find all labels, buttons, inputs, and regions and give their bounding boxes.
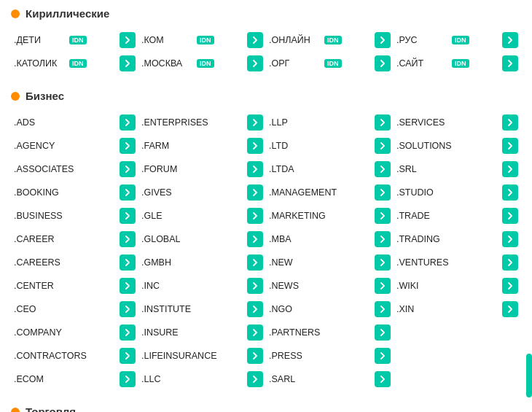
domain-item: .CEO [11,298,138,321]
section-dot [11,9,20,18]
domain-item: .GLOBAL [138,228,266,251]
domain-arrow-button[interactable] [502,55,518,71]
domain-arrow-button[interactable] [247,301,263,317]
domain-arrow-button[interactable] [120,184,136,201]
domain-arrow-button[interactable] [375,324,391,341]
domain-name: .SARL [269,374,320,384]
domain-name: .NGO [269,304,320,314]
domain-arrow-button[interactable] [247,208,263,224]
domain-arrow-button[interactable] [120,371,136,387]
domain-name: .LTDA [269,164,320,174]
domain-item: .FORUM [138,158,266,181]
domain-item [394,344,521,368]
domain-item: .GIVES [138,181,266,204]
domain-arrow-button[interactable] [120,32,136,48]
domain-arrow-button[interactable] [247,278,263,294]
domain-item: .BOOKING [11,181,138,204]
section-business: Бизнес .ADS .ENTERPRISES .LLP .SERVICES [11,90,521,391]
domain-item: .CAREERS [11,251,138,274]
domain-name: .FORUM [141,164,192,174]
domain-name: .CEO [14,304,65,314]
domain-arrow-button[interactable] [502,138,518,154]
domain-arrow-button[interactable] [375,254,391,271]
domain-name: .SERVICES [396,117,447,128]
domain-arrow-button[interactable] [120,254,136,271]
domain-arrow-button[interactable] [502,114,518,131]
domain-arrow-button[interactable] [502,231,518,247]
domain-item: .STUDIO [394,181,521,204]
domain-arrow-button[interactable] [375,114,391,131]
domain-arrow-button[interactable] [120,55,136,71]
domain-item [394,368,521,391]
domain-name: .INSTITUTE [141,304,192,314]
domain-arrow-button[interactable] [375,55,391,71]
domain-arrow-button[interactable] [375,32,391,48]
domain-item: .AGENCY [11,134,138,158]
domain-arrow-button[interactable] [375,138,391,154]
domain-name: .ENTERPRISES [141,117,208,128]
domain-name: .TRADING [396,234,447,244]
domain-arrow-button[interactable] [375,231,391,247]
domain-arrow-button[interactable] [375,161,391,177]
domain-name: .CAREER [14,234,65,244]
domain-arrow-button[interactable] [502,254,518,271]
domain-item: .КОМ IDN [138,28,266,52]
domain-arrow-button[interactable] [247,55,263,71]
domain-item: .INSTITUTE [138,298,266,321]
domain-arrow-button[interactable] [120,161,136,177]
idn-badge: IDN [197,59,214,68]
domain-name: .LTD [269,141,320,151]
domain-arrow-button[interactable] [247,138,263,154]
domain-arrow-button[interactable] [502,208,518,224]
domain-item: .LLP [266,111,394,134]
domain-arrow-button[interactable] [120,114,136,131]
domain-item: .LLC [138,368,266,391]
domain-arrow-button[interactable] [247,348,263,364]
domain-name: .PRESS [269,351,320,361]
domain-arrow-button[interactable] [247,184,263,201]
domain-item: .GLE [138,204,266,228]
domain-arrow-button[interactable] [120,324,136,341]
domain-arrow-button[interactable] [502,161,518,177]
domain-name: .РУС [396,35,447,45]
domain-arrow-button[interactable] [120,208,136,224]
domain-arrow-button[interactable] [247,114,263,131]
domain-name: .XIN [396,304,447,314]
domain-arrow-button[interactable] [502,301,518,317]
domain-arrow-button[interactable] [375,301,391,317]
domain-item: .КАТОЛИК IDN [11,52,138,75]
domain-item: .LTD [266,134,394,158]
domain-arrow-button[interactable] [247,324,263,341]
domain-name: .MBA [269,234,320,244]
domain-item: .ADS [11,111,138,134]
domain-arrow-button[interactable] [375,278,391,294]
domain-arrow-button[interactable] [120,231,136,247]
domain-arrow-button[interactable] [247,254,263,271]
domain-item: .SOLUTIONS [394,134,521,158]
domain-arrow-button[interactable] [247,161,263,177]
domain-arrow-button[interactable] [120,301,136,317]
domain-arrow-button[interactable] [375,208,391,224]
domain-arrow-button[interactable] [247,371,263,387]
domain-arrow-button[interactable] [247,32,263,48]
domain-arrow-button[interactable] [247,231,263,247]
domain-name: .NEW [269,257,320,268]
domain-arrow-button[interactable] [375,348,391,364]
domain-item: .BUSINESS [11,204,138,228]
domain-item: .NGO [266,298,394,321]
domain-arrow-button[interactable] [502,32,518,48]
idn-badge: IDN [324,36,342,44]
domain-item: .МОСКВА IDN [138,52,266,75]
domain-arrow-button[interactable] [375,371,391,387]
domain-arrow-button[interactable] [502,184,518,201]
domain-name: .SRL [396,164,447,174]
idn-badge: IDN [69,36,87,44]
domain-name: .INC [141,281,192,291]
section-cyrillic: Кириллические .ДЕТИ IDN .КОМ IDN .ОНЛАЙН… [11,7,521,75]
domain-arrow-button[interactable] [120,138,136,154]
domain-arrow-button[interactable] [120,278,136,294]
domain-arrow-button[interactable] [120,348,136,364]
domain-item: .TRADE [394,204,521,228]
domain-arrow-button[interactable] [502,278,518,294]
domain-arrow-button[interactable] [375,184,391,201]
